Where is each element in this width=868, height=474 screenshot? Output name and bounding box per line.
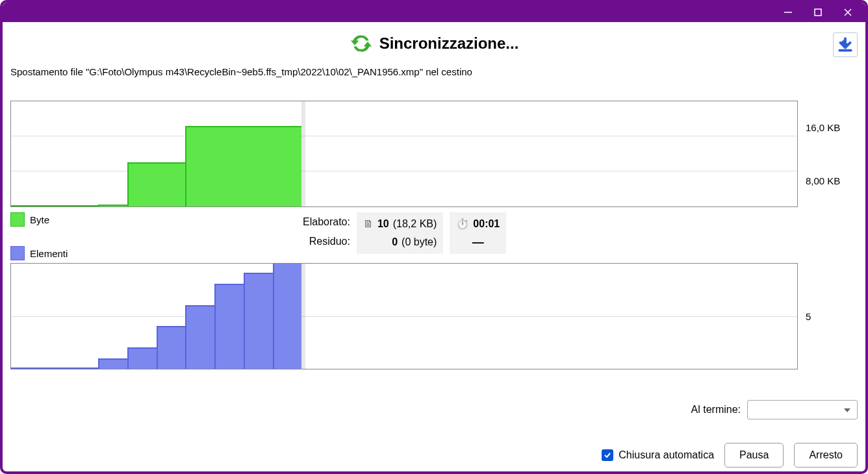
sync-dialog: Sincronizzazione... Spostamento file "G:… bbox=[0, 0, 868, 474]
expand-details-button[interactable] bbox=[833, 32, 858, 57]
minimize-icon bbox=[784, 8, 793, 17]
auto-close-checkbox[interactable]: Chiusura automatica bbox=[602, 449, 714, 461]
close-button[interactable] bbox=[833, 3, 863, 22]
items-tick-mid: 5 bbox=[806, 311, 858, 322]
remaining-size: (0 byte) bbox=[402, 233, 437, 251]
remaining-count: 0 bbox=[392, 233, 398, 251]
legend-bytes: Byte bbox=[10, 212, 127, 227]
stats-values: 🗎 10 (18,2 KB) 0 (0 byte) bbox=[357, 212, 443, 254]
at-end-select[interactable] bbox=[747, 400, 858, 419]
at-end-label: Al termine: bbox=[691, 404, 741, 416]
titlebar bbox=[3, 3, 865, 22]
sync-icon bbox=[350, 32, 373, 55]
bytes-axis-labels: 16,0 KB 8,00 KB bbox=[806, 101, 858, 207]
checkbox-check-icon bbox=[602, 449, 613, 461]
legend: Byte Elementi bbox=[10, 212, 127, 260]
processed-label: Elaborato: bbox=[303, 212, 350, 232]
remaining-time: — bbox=[472, 233, 484, 251]
arrow-down-icon bbox=[837, 36, 854, 53]
legend-swatch-bytes bbox=[10, 212, 25, 227]
elapsed-time: 00:01 bbox=[473, 215, 500, 233]
legend-items-label: Elementi bbox=[30, 248, 68, 259]
clock-icon: ⏱️ bbox=[456, 215, 469, 233]
legend-bytes-label: Byte bbox=[30, 214, 49, 225]
legend-swatch-items bbox=[10, 246, 25, 260]
items-axis-labels: 5 bbox=[806, 263, 858, 369]
status-text: Spostamento file "G:\Foto\Olympus m43\Re… bbox=[10, 66, 858, 77]
bytes-chart bbox=[10, 101, 798, 207]
bytes-tick-high: 16,0 KB bbox=[806, 122, 858, 133]
file-icon: 🗎 bbox=[363, 215, 374, 233]
processed-size: (18,2 KB) bbox=[393, 215, 437, 233]
items-chart-area: 5 bbox=[10, 263, 858, 369]
close-icon bbox=[843, 8, 852, 17]
minimize-button[interactable] bbox=[773, 3, 803, 22]
maximize-button[interactable] bbox=[803, 3, 833, 22]
pause-button[interactable]: Pausa bbox=[724, 443, 784, 468]
maximize-icon bbox=[813, 8, 823, 17]
at-end-value bbox=[748, 401, 753, 412]
remaining-label: Residuo: bbox=[303, 232, 350, 251]
processed-count: 10 bbox=[377, 215, 389, 233]
auto-close-label: Chiusura automatica bbox=[619, 449, 714, 461]
header: Sincronizzazione... bbox=[10, 30, 858, 57]
stop-button[interactable]: Arresto bbox=[794, 443, 858, 468]
bytes-chart-area: 16,0 KB 8,00 KB bbox=[10, 101, 858, 207]
items-chart bbox=[10, 263, 798, 369]
svg-rect-1 bbox=[815, 9, 821, 16]
stats-labels: Elaborato: Residuo: bbox=[303, 212, 350, 251]
time-box: ⏱️ 00:01 — bbox=[450, 212, 506, 254]
bytes-tick-low: 8,00 KB bbox=[806, 175, 858, 186]
page-title: Sincronizzazione... bbox=[379, 34, 519, 53]
legend-items: Elementi bbox=[10, 246, 127, 260]
